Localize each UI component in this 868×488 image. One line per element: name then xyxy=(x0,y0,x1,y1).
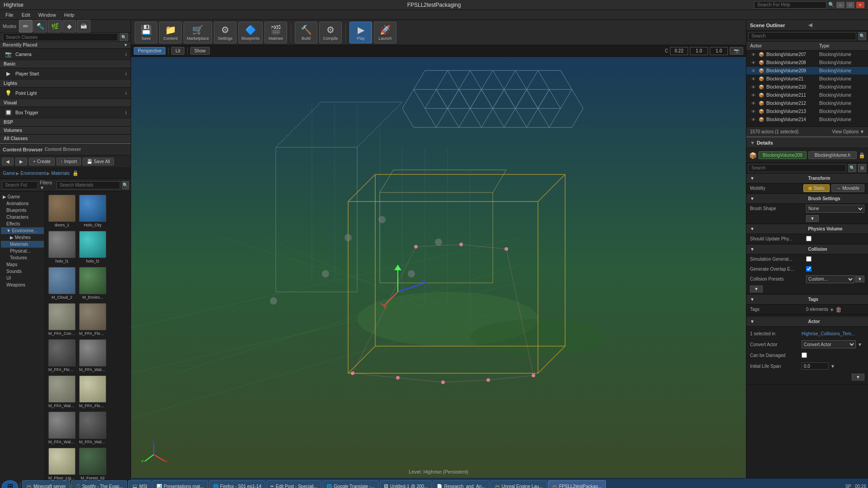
placed-item-point-light[interactable]: 💡 Point Light ℹ xyxy=(0,88,131,99)
collision-presets-down-btn[interactable]: ▼ xyxy=(855,276,864,282)
material-item-doors1[interactable]: doors_1 xyxy=(47,193,77,229)
outliner-item-207[interactable]: 👁 📦 BlockingVolume207 BlockingVolume xyxy=(746,51,868,59)
taskbar-fpsll2[interactable]: 🎮 FPSLL2testPackag... xyxy=(548,480,606,488)
menu-edit[interactable]: Edit xyxy=(18,11,34,19)
search-folder-input[interactable] xyxy=(2,181,38,189)
material-item-holo-city[interactable]: Holo_City xyxy=(78,193,108,229)
save-toolbar-btn[interactable]: 💾 Save xyxy=(135,22,157,43)
outliner-item-210[interactable]: 👁 📦 BlockingVolume210 BlockingVolume xyxy=(746,83,868,91)
vp-num2-input[interactable] xyxy=(710,47,728,55)
content-toolbar-btn[interactable]: 📁 Content xyxy=(159,22,182,43)
outliner-item-208[interactable]: 👁 📦 BlockingVolume208 BlockingVolume xyxy=(746,59,868,67)
material-item-menviro[interactable]: M_Enviro... xyxy=(78,266,108,301)
taskbar-presentations[interactable]: 📊 Presentations mat... xyxy=(152,480,208,488)
play-toolbar-btn[interactable]: ▶ Play xyxy=(349,22,372,43)
vp-num1-input[interactable] xyxy=(690,47,708,55)
placed-item-box-trigger[interactable]: 🔲 Box Trigger ℹ xyxy=(0,107,131,118)
placed-item-camera[interactable]: 📷 Camera ℹ xyxy=(0,49,131,60)
camera-info[interactable]: ℹ xyxy=(125,52,127,57)
placed-item-player-start[interactable]: ▶ Player Start ℹ xyxy=(0,68,131,80)
category-visual[interactable]: Visual xyxy=(0,99,131,107)
material-item-mwall05[interactable]: M_FFA_Wall_05 xyxy=(78,410,108,446)
tree-item-sounds[interactable]: Sounds xyxy=(1,268,44,275)
settings-toolbar-btn[interactable]: ⚙ Settings xyxy=(214,22,236,43)
tags-add-icon[interactable]: + xyxy=(830,306,834,313)
static-btn[interactable]: Static xyxy=(803,184,830,192)
cb-lock-icon[interactable]: 🔒 xyxy=(72,170,79,176)
update-physics-checkbox[interactable] xyxy=(806,236,811,241)
player-start-info[interactable]: ℹ xyxy=(125,71,127,76)
tree-item-meshes[interactable]: ▶ Meshes xyxy=(1,234,44,241)
cb-save-all-btn[interactable]: 💾 Save All xyxy=(83,158,114,165)
tree-item-environment[interactable]: ▼ Environme... xyxy=(1,227,44,234)
launch-toolbar-btn[interactable]: 🚀 Launch xyxy=(374,22,396,43)
path-game[interactable]: Game xyxy=(3,171,15,176)
point-light-info[interactable]: ℹ xyxy=(125,91,127,96)
brush-shape-down-btn[interactable]: ▼ xyxy=(806,215,819,222)
vp-lit-btn[interactable]: Lit xyxy=(171,47,184,55)
material-item-mcloud2[interactable]: M_Cloud_2 xyxy=(47,266,77,301)
material-item-mfloorlights[interactable]: M_Floor_Lights xyxy=(47,446,77,482)
brush-shape-select[interactable]: None Box Sphere xyxy=(806,205,864,213)
search-classes-input[interactable] xyxy=(3,33,118,41)
taskbar-editpost[interactable]: ✏ Edit Post - Speciali... xyxy=(266,480,321,488)
outliner-item-21[interactable]: 👁 📦 BlockingVolume21 BlockingVolume xyxy=(746,75,868,83)
actor-down-btn[interactable]: ▼ xyxy=(852,374,864,380)
material-item-mforest02[interactable]: M_Forest_02 xyxy=(78,446,108,482)
taskbar-spotify[interactable]: 🎵 Spotify - The Evap... xyxy=(71,480,127,488)
taskbar-minecraft[interactable]: 🎮 Minecraft server xyxy=(22,480,70,488)
material-item-mfloor02[interactable]: M_FFA_Floor_02 xyxy=(78,302,108,337)
outliner-item-214[interactable]: 👁 📦 BlockingVolume214 BlockingVolume xyxy=(746,116,868,124)
outliner-search-input[interactable] xyxy=(748,32,856,40)
tree-item-weapons[interactable]: Weapons xyxy=(1,282,44,288)
viewport-scene[interactable]: Level: Highrise (Persistent) X Y Z xyxy=(131,57,746,478)
outliner-item-209[interactable]: 👁 📦 BlockingVolume209 BlockingVolume xyxy=(746,67,868,75)
path-environment[interactable]: Environment xyxy=(20,171,46,176)
menu-help[interactable]: Help xyxy=(61,11,78,19)
category-all-classes[interactable]: All Classes xyxy=(0,135,131,143)
collision-down-btn[interactable]: ▼ xyxy=(750,286,763,292)
cb-filters-btn[interactable]: Filters ▼ xyxy=(40,180,55,190)
convert-actor-select[interactable]: Convert Actor xyxy=(802,340,856,348)
mode-btn-paint[interactable]: 🔦 xyxy=(33,20,47,33)
taskbar-msi[interactable]: 💻 MSI xyxy=(128,480,151,488)
tree-item-textures[interactable]: Textures xyxy=(1,254,44,261)
material-item-mconcrete[interactable]: M_FFA_Concrete_WallPla... xyxy=(47,302,77,337)
search-help-icon[interactable]: 🔍 xyxy=(828,2,835,8)
search-help-input[interactable] xyxy=(754,1,826,9)
search-classes-icon[interactable]: 🔍 xyxy=(120,33,128,41)
actor-header[interactable]: ▼ Actor xyxy=(746,317,868,327)
brush-settings-header[interactable]: ▼ Brush Settings xyxy=(746,194,868,204)
matinee-toolbar-btn[interactable]: 🎬 Matinee xyxy=(264,22,287,43)
category-basic[interactable]: Basic xyxy=(0,60,131,68)
material-item-mwall01[interactable]: M_FFA_Wall_01 xyxy=(78,338,108,373)
outliner-expand-icon[interactable]: ◀ xyxy=(808,22,865,28)
vp-show-btn[interactable]: Show xyxy=(190,47,210,55)
marketplace-toolbar-btn[interactable]: 🛒 Marketplace xyxy=(184,22,212,43)
tree-item-ui[interactable]: UI xyxy=(1,275,44,282)
actor-file-tag[interactable]: BlockingVolume.h xyxy=(808,151,857,159)
outliner-item-211[interactable]: 👁 📦 BlockingVolume211 BlockingVolume xyxy=(746,91,868,99)
vp-fov-input[interactable] xyxy=(670,47,688,55)
collision-header[interactable]: ▼ Collision xyxy=(746,244,868,254)
tree-item-maps[interactable]: Maps xyxy=(1,261,44,268)
material-item-mfloor02dark[interactable]: M_FFA_Floor_02_Dark xyxy=(47,338,77,373)
simulation-checkbox[interactable] xyxy=(806,256,811,262)
menu-window[interactable]: Window xyxy=(35,11,60,19)
tree-item-characters[interactable]: Characters xyxy=(1,214,44,221)
actor-name-tag[interactable]: BlockingVolume209 xyxy=(759,151,807,159)
tags-remove-icon[interactable]: 🗑 xyxy=(835,306,842,313)
tree-item-effects[interactable]: Effects xyxy=(1,221,44,227)
life-span-arrow[interactable]: ▼ xyxy=(830,364,835,369)
mode-btn-select[interactable]: ✏ xyxy=(19,20,33,33)
tree-item-blueprints[interactable]: Blueprints xyxy=(1,207,44,214)
material-item-mwall04[interactable]: M_FFA_Wall_04 xyxy=(47,374,77,409)
cb-forward-btn[interactable]: ▶ xyxy=(15,158,27,165)
minimize-button[interactable]: ─ xyxy=(836,2,844,8)
details-search-icon[interactable]: 🔍 xyxy=(848,164,856,172)
compile-toolbar-btn[interactable]: ⚙ Compile xyxy=(319,22,342,43)
menu-file[interactable]: File xyxy=(2,11,17,19)
initial-life-span-input[interactable] xyxy=(802,362,829,370)
close-button[interactable]: ✕ xyxy=(856,2,864,8)
outliner-item-212[interactable]: 👁 📦 BlockingVolume212 BlockingVolume xyxy=(746,99,868,108)
